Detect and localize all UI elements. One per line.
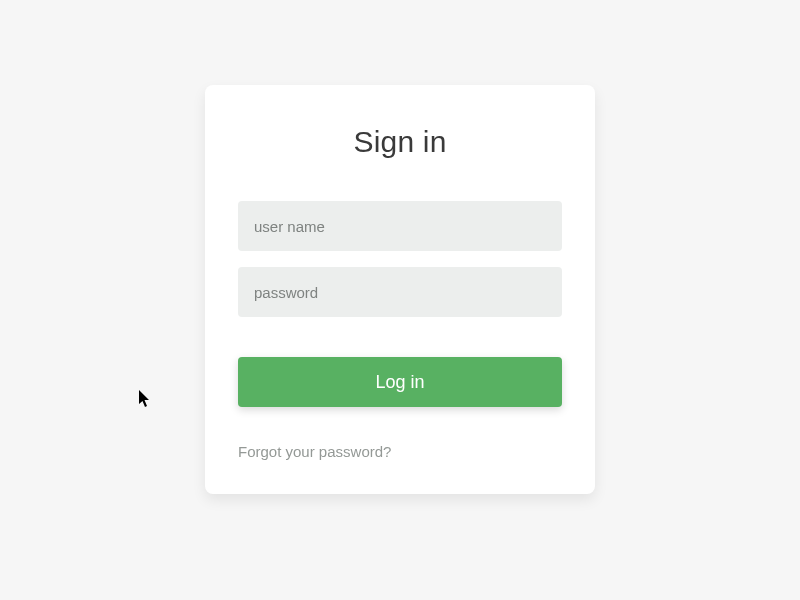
login-card: Sign in Log in Forgot your password? [205, 85, 595, 494]
forgot-password-link[interactable]: Forgot your password? [238, 443, 391, 460]
password-input[interactable] [238, 267, 562, 317]
cursor-icon [139, 390, 153, 408]
login-button[interactable]: Log in [238, 357, 562, 407]
signin-title: Sign in [238, 125, 562, 159]
username-input[interactable] [238, 201, 562, 251]
